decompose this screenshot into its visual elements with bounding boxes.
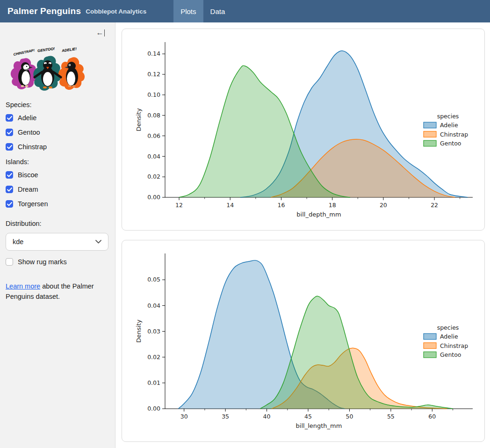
svg-text:14: 14 bbox=[226, 202, 234, 209]
artwork-label-gentoo: GENTOO! bbox=[37, 46, 55, 53]
checkbox-label: Biscoe bbox=[18, 171, 38, 179]
legend-label: Adelie bbox=[440, 122, 458, 129]
svg-text:0.12: 0.12 bbox=[147, 71, 160, 78]
svg-text:0.01: 0.01 bbox=[147, 379, 160, 386]
legend: speciesAdelieChinstrapGentoo bbox=[424, 113, 468, 147]
checkbox-label: Dream bbox=[18, 186, 38, 193]
islands-group-label: Islands: bbox=[6, 158, 109, 166]
svg-text:0.08: 0.08 bbox=[147, 112, 160, 119]
svg-text:0.05: 0.05 bbox=[147, 276, 160, 283]
chart-svg: 1214161820220.000.020.040.060.080.100.12… bbox=[122, 29, 485, 230]
svg-text:16: 16 bbox=[278, 202, 285, 209]
check-icon bbox=[6, 171, 13, 179]
check-icon bbox=[6, 200, 13, 208]
legend-swatch bbox=[424, 333, 436, 340]
tab-data[interactable]: Data bbox=[203, 0, 232, 22]
legend-swatch bbox=[424, 343, 436, 349]
svg-text:35: 35 bbox=[222, 413, 229, 420]
checkbox-chinstrap[interactable]: Chinstrap bbox=[6, 143, 109, 151]
y-axis-label: Density bbox=[135, 319, 142, 343]
checkbox-show-rug-marks[interactable]: Show rug marks bbox=[6, 258, 109, 266]
svg-text:0.04: 0.04 bbox=[147, 153, 160, 160]
legend-swatch bbox=[424, 140, 436, 146]
card-bill-length: 303540455055600.000.010.020.030.040.05bi… bbox=[122, 240, 485, 442]
checkbox-label: Show rug marks bbox=[18, 258, 67, 266]
chart-bill-length: 303540455055600.000.010.020.030.040.05bi… bbox=[122, 240, 485, 441]
legend-swatch bbox=[424, 131, 436, 137]
arrow-to-left-bar-icon: ← bbox=[96, 29, 104, 36]
svg-text:22: 22 bbox=[431, 202, 438, 209]
artwork-label-adelie: ADELIE! bbox=[61, 47, 77, 53]
chart-svg: 303540455055600.000.010.020.030.040.05bi… bbox=[122, 240, 485, 441]
legend-swatch bbox=[424, 352, 436, 358]
svg-text:0.06: 0.06 bbox=[147, 132, 160, 139]
legend-label: Adelie bbox=[440, 333, 458, 340]
legend-label: Gentoo bbox=[440, 351, 461, 358]
sidebar-footer: Learn more about the Palmer Penguins dat… bbox=[6, 282, 105, 302]
svg-text:18: 18 bbox=[329, 202, 336, 209]
app-subtitle: Cobblepot Analytics bbox=[86, 8, 146, 15]
brand: Palmer Penguins Cobblepot Analytics bbox=[0, 0, 154, 22]
svg-text:0.14: 0.14 bbox=[147, 50, 160, 57]
distribution-label: Distribution: bbox=[6, 220, 109, 227]
legend-title: species bbox=[437, 113, 459, 120]
svg-text:0.00: 0.00 bbox=[147, 405, 160, 412]
distribution-select[interactable]: kde bbox=[6, 233, 108, 251]
svg-text:45: 45 bbox=[304, 413, 312, 420]
x-axis-label: bill_depth_mm bbox=[296, 211, 341, 218]
penguins-artwork: CHINSTRAP! GENTOO! ADELIE! bbox=[7, 43, 89, 94]
legend-label: Chinstrap bbox=[440, 131, 468, 138]
svg-text:0.00: 0.00 bbox=[147, 194, 160, 201]
checkbox-adelie[interactable]: Adelie bbox=[6, 114, 109, 122]
check-icon bbox=[6, 143, 13, 151]
svg-text:40: 40 bbox=[263, 413, 271, 420]
svg-text:12: 12 bbox=[175, 202, 183, 209]
svg-text:50: 50 bbox=[346, 413, 353, 420]
artwork-label-chinstrap: CHINSTRAP! bbox=[13, 48, 36, 57]
app-title: Palmer Penguins bbox=[7, 6, 81, 16]
checkbox-label: Adelie bbox=[18, 114, 36, 122]
checkbox-label: Chinstrap bbox=[18, 143, 47, 151]
check-icon bbox=[6, 129, 13, 136]
checkbox-label: Gentoo bbox=[18, 129, 40, 136]
svg-text:55: 55 bbox=[387, 413, 395, 420]
nav-tabs: Plots Data bbox=[173, 0, 232, 22]
check-icon bbox=[6, 258, 13, 266]
checkbox-label: Torgersen bbox=[18, 200, 48, 208]
learn-more-link[interactable]: Learn more bbox=[6, 282, 40, 290]
check-icon bbox=[6, 186, 13, 193]
x-axis-label: bill_length_mm bbox=[296, 422, 342, 429]
navbar: Palmer Penguins Cobblepot Analytics Plot… bbox=[0, 0, 490, 22]
svg-text:20: 20 bbox=[380, 202, 387, 209]
svg-text:0.04: 0.04 bbox=[147, 302, 160, 309]
main-content: 1214161820220.000.020.040.060.080.100.12… bbox=[115, 22, 490, 448]
legend-label: Gentoo bbox=[440, 140, 461, 147]
svg-text:30: 30 bbox=[180, 413, 188, 420]
tab-plots[interactable]: Plots bbox=[173, 0, 203, 22]
sidebar-collapse-button[interactable]: ← bbox=[96, 29, 105, 36]
checkbox-gentoo[interactable]: Gentoo bbox=[6, 129, 109, 136]
checkbox-dream[interactable]: Dream bbox=[6, 186, 109, 193]
svg-text:0.10: 0.10 bbox=[147, 91, 160, 98]
legend-title: species bbox=[437, 324, 459, 331]
checkbox-torgersen[interactable]: Torgersen bbox=[6, 200, 109, 208]
chevron-down-icon bbox=[95, 240, 101, 244]
species-group-label: Species: bbox=[6, 101, 109, 108]
legend-swatch bbox=[424, 122, 436, 128]
legend-label: Chinstrap bbox=[440, 342, 468, 349]
distribution-select-value: kde bbox=[13, 238, 23, 246]
y-axis-label: Density bbox=[135, 108, 142, 131]
chart-bill-depth: 1214161820220.000.020.040.060.080.100.12… bbox=[122, 29, 485, 230]
check-icon bbox=[6, 114, 13, 122]
legend: speciesAdelieChinstrapGentoo bbox=[424, 324, 468, 358]
svg-text:0.02: 0.02 bbox=[147, 354, 160, 361]
sidebar: ← bbox=[0, 22, 115, 448]
svg-text:0.02: 0.02 bbox=[147, 173, 160, 180]
card-bill-depth: 1214161820220.000.020.040.060.080.100.12… bbox=[122, 29, 485, 231]
svg-text:0.03: 0.03 bbox=[147, 328, 160, 335]
svg-text:60: 60 bbox=[428, 413, 436, 420]
checkbox-biscoe[interactable]: Biscoe bbox=[6, 171, 109, 179]
